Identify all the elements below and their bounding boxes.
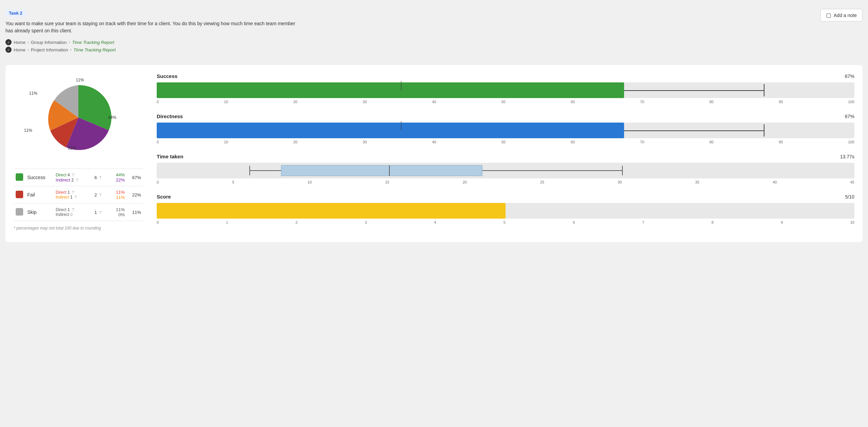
fail-label: Fail xyxy=(27,192,52,197)
pie-chart xyxy=(41,80,116,155)
note-icon: ▢ xyxy=(826,12,831,18)
score-value: 5/10 xyxy=(845,194,854,200)
score-bar-container xyxy=(157,203,854,219)
fail-total-pct: 22% xyxy=(132,192,141,197)
fail-swatch xyxy=(16,191,23,198)
success-whisker xyxy=(624,90,764,91)
check-icon-2: ✓ xyxy=(5,47,12,53)
left-whisker-tick xyxy=(249,166,250,175)
add-note-button[interactable]: ▢ Add a note xyxy=(820,9,863,21)
right-panel: Success 67% 0102030405060708090100 xyxy=(157,73,854,234)
breadcrumb-home-1: Home xyxy=(14,40,26,45)
time-taken-axis: 051015202530354045 xyxy=(157,180,854,184)
score-title: Score xyxy=(157,194,171,200)
legend-row-skip: Skip Direct 1 ⊤ Indirect 0 1 ⊤ 11% 0% 11 xyxy=(14,204,143,221)
skip-total-count: 1 xyxy=(94,210,97,215)
filter-icon-st[interactable]: ⊤ xyxy=(99,176,102,180)
left-whisker-line xyxy=(249,170,281,171)
directness-axis: 0102030405060708090100 xyxy=(157,140,854,144)
right-whisker-tick xyxy=(622,166,623,175)
breadcrumb-link-1[interactable]: Time Tracking Report xyxy=(72,40,114,45)
breadcrumb-middle-2: Project Information xyxy=(31,47,68,52)
success-swatch xyxy=(16,173,23,181)
pie-label-11a: 11% xyxy=(24,128,32,133)
success-direct-count: 4 xyxy=(67,173,70,177)
breadcrumb-arrow-2: › xyxy=(68,40,70,45)
filter-icon-sd[interactable]: ⊤ xyxy=(72,173,75,177)
right-whisker-line xyxy=(482,170,622,171)
breadcrumb-arrow-1: › xyxy=(28,40,29,45)
directness-bar-tick xyxy=(764,124,764,137)
fail-indirect-count: 1 xyxy=(70,195,73,200)
breadcrumb-arrow-4: › xyxy=(70,47,72,52)
legend-table: Success Direct 4 ⊤ Indirect 2 ⊤ 6 ⊤ 44% … xyxy=(14,169,143,221)
success-indirect-count: 2 xyxy=(72,178,74,183)
fail-direct-label: Direct xyxy=(56,190,66,195)
breadcrumb-home-2: Home xyxy=(14,47,26,52)
box-body xyxy=(281,165,483,176)
success-metric-value: 67% xyxy=(845,74,854,79)
filter-icon-skd[interactable]: ⊤ xyxy=(72,208,75,212)
page-container: Task 2 ▢ Add a note You want to make sur… xyxy=(0,0,868,427)
box-median xyxy=(389,165,390,176)
footnote: * percentages may not total 100 due to r… xyxy=(14,226,143,231)
filter-icon-ft[interactable]: ⊤ xyxy=(99,193,102,197)
breadcrumb-arrow-3: › xyxy=(28,47,29,52)
directness-whisker xyxy=(624,130,764,131)
legend-row-success: Success Direct 4 ⊤ Indirect 2 ⊤ 6 ⊤ 44% … xyxy=(14,169,143,186)
score-bar-fill xyxy=(157,203,506,219)
filter-icon-si[interactable]: ⊤ xyxy=(76,178,79,182)
fail-direct-count: 1 xyxy=(67,190,70,195)
success-label: Success xyxy=(27,175,52,180)
fail-pct-indirect: 11% xyxy=(109,195,125,200)
fail-total-count: 2 xyxy=(94,192,97,197)
success-total-count: 6 xyxy=(94,175,97,180)
filter-icon-skt[interactable]: ⊤ xyxy=(99,210,102,215)
skip-direct-label: Direct xyxy=(56,207,66,212)
time-taken-title: Time taken xyxy=(157,154,183,159)
task-description: You want to make sure your team is stayi… xyxy=(5,20,298,34)
skip-pct-indirect: 0% xyxy=(109,212,125,217)
skip-total-pct: 11% xyxy=(132,210,141,215)
success-bar-container xyxy=(157,82,854,98)
task-badge: Task 2 xyxy=(5,10,26,17)
skip-direct-count: 1 xyxy=(67,207,70,212)
directness-bar-fill xyxy=(157,123,624,138)
directness-metric-title: Directness xyxy=(157,113,183,119)
skip-indirect-label: Indirect xyxy=(56,212,69,217)
main-content: 44% 22% 11% 11% 11% Success xyxy=(5,65,863,242)
success-bar-fill xyxy=(157,82,624,98)
success-direct-label: Direct xyxy=(56,173,66,177)
success-pct-indirect: 22% xyxy=(109,177,125,183)
success-bar-tick xyxy=(764,84,764,97)
time-taken-value: 13.77s xyxy=(840,154,854,159)
add-note-label: Add a note xyxy=(834,13,857,18)
filter-icon-fi[interactable]: ⊤ xyxy=(74,195,78,199)
breadcrumb-link-2[interactable]: Time Tracking Report xyxy=(74,47,116,52)
score-axis: 012345678910 xyxy=(157,220,854,224)
metric-success: Success 67% 0102030405060708090100 xyxy=(157,73,854,104)
time-taken-plot xyxy=(157,163,854,178)
breadcrumb-2: ✓ Home › Project Information › Time Trac… xyxy=(5,47,863,53)
skip-indirect-count: 0 xyxy=(70,212,73,217)
header-section: Task 2 ▢ Add a note You want to make sur… xyxy=(5,5,863,60)
pie-chart-container: 44% 22% 11% 11% 11% xyxy=(14,73,143,162)
skip-label: Skip xyxy=(27,209,52,215)
metric-time-taken: Time taken 13.77s xyxy=(157,154,854,184)
success-indirect-label: Indirect xyxy=(56,177,71,183)
pie-label-11b: 11% xyxy=(29,91,37,96)
directness-bar-container xyxy=(157,123,854,138)
fail-indirect-label: Indirect xyxy=(56,195,69,200)
success-total-pct: 67% xyxy=(132,175,141,180)
metric-directness: Directness 67% 0102030405060708090100 xyxy=(157,113,854,144)
left-panel: 44% 22% 11% 11% 11% Success xyxy=(14,73,143,234)
filter-icon-fd[interactable]: ⊤ xyxy=(72,190,75,194)
fail-pct-direct: 11% xyxy=(109,190,125,195)
skip-swatch xyxy=(16,208,23,216)
legend-row-fail: Fail Direct 1 ⊤ Indirect 1 ⊤ 2 ⊤ 11% 11% xyxy=(14,186,143,204)
check-icon-1: ✓ xyxy=(5,39,12,45)
metric-score: Score 5/10 012345678910 xyxy=(157,194,854,224)
success-metric-title: Success xyxy=(157,73,177,79)
directness-metric-value: 67% xyxy=(845,114,854,119)
breadcrumb-middle-1: Group Information xyxy=(31,40,67,45)
